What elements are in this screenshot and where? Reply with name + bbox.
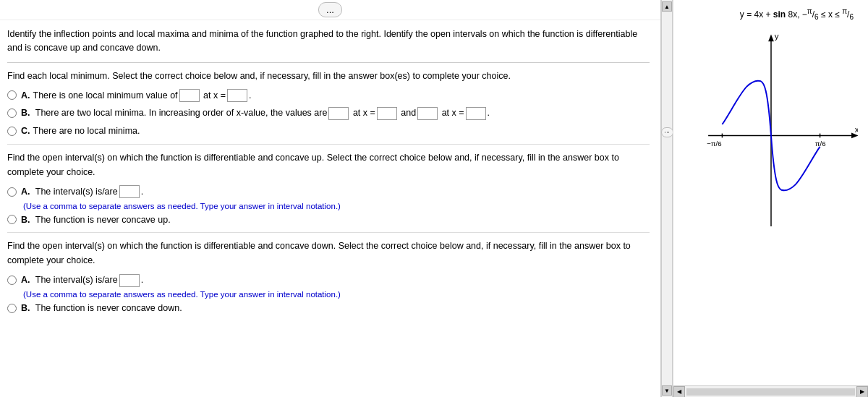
option-b-text: There are two local minima. In increasin… xyxy=(33,106,328,120)
option-concave-up-b[interactable]: B. The function is never concave up. xyxy=(7,213,650,227)
radio-concave-down-b[interactable] xyxy=(7,304,17,313)
option-cdn-b-text: The function is never concave down. xyxy=(33,302,182,315)
section-divider-1 xyxy=(7,62,650,63)
option-a-at: at x = xyxy=(201,89,226,103)
right-tick-label: π/6 xyxy=(814,140,825,148)
answer-box-a2[interactable] xyxy=(227,89,247,102)
option-a-label: A. xyxy=(21,89,30,103)
option-b-period: . xyxy=(488,106,490,120)
left-content: Identify the inflection points and local… xyxy=(0,20,660,397)
answer-box-b3[interactable] xyxy=(417,107,438,120)
option-cup-a-label: A. xyxy=(21,185,30,199)
option-cup-a-period: . xyxy=(141,185,143,199)
option-a-period: . xyxy=(249,89,251,103)
graph-title-suffix: 8x, − xyxy=(786,9,807,20)
scroll-left-button[interactable]: ◀ xyxy=(673,386,685,398)
answer-box-b4[interactable] xyxy=(466,107,486,120)
answer-box-b1[interactable] xyxy=(328,107,349,120)
middle-dots[interactable]: ⋮ xyxy=(661,127,673,137)
option-cdn-a-period: . xyxy=(141,273,143,287)
option-c-label: C. xyxy=(21,124,30,138)
graph-svg: y x −π/6 π/6 xyxy=(684,24,858,226)
graph-6-2: 6 xyxy=(849,13,854,21)
graph-leq: ≤ x ≤ xyxy=(819,9,843,20)
option-concave-up-a[interactable]: A. The interval(s) is/are . xyxy=(7,185,650,199)
option-concave-down-a[interactable]: A. The interval(s) is/are . xyxy=(7,273,650,287)
answer-box-a1[interactable] xyxy=(179,89,200,102)
expand-dots: ... xyxy=(326,4,334,15)
option-local-min-c[interactable]: C. There are no local minima. xyxy=(7,124,650,138)
concave-up-question: Find the open interval(s) on which the f… xyxy=(7,150,650,179)
option-b-label: B. xyxy=(21,106,30,120)
option-b-at1: at x = xyxy=(350,106,375,120)
local-min-question: Find each local minimum. Select the corr… xyxy=(7,69,650,83)
scroll-up-button[interactable]: ▲ xyxy=(662,1,672,12)
expand-area: ... xyxy=(0,0,660,20)
option-local-min-a[interactable]: A. There is one local minimum value of a… xyxy=(7,89,650,103)
graph-title: y = 4x + sin 8x, −π/6 ≤ x ≤ π/6 xyxy=(740,7,854,21)
option-b-at2: at x = xyxy=(439,106,464,120)
option-cup-b-text: The function is never concave up. xyxy=(33,213,171,227)
option-local-min-b[interactable]: B. There are two local minima. In increa… xyxy=(7,106,650,120)
answer-box-cdn-a[interactable] xyxy=(119,274,140,287)
answer-box-cup-a[interactable] xyxy=(119,185,140,198)
graph-title-prefix: y = 4x + xyxy=(740,9,773,20)
option-concave-down-b[interactable]: B. The function is never concave down. xyxy=(7,302,650,315)
scroll-right-button[interactable]: ▶ xyxy=(856,386,868,398)
x-axis-arrow xyxy=(851,133,858,139)
option-b-and: and xyxy=(399,106,416,120)
right-panel: y = 4x + sin 8x, −π/6 ≤ x ≤ π/6 y x −π/6… xyxy=(673,0,868,397)
option-a-text: There is one local minimum value of xyxy=(33,89,178,103)
option-cup-b-label: B. xyxy=(21,213,30,227)
expand-button[interactable]: ... xyxy=(318,2,342,17)
radio-local-min-c[interactable] xyxy=(7,127,17,136)
main-content: ... Identify the inflection points and l… xyxy=(0,0,661,397)
option-cdn-a-label: A. xyxy=(21,273,30,287)
radio-concave-down-a[interactable] xyxy=(7,276,17,285)
graph-title-sin: sin xyxy=(773,9,786,20)
radio-local-min-a[interactable] xyxy=(7,90,17,100)
option-c-text: There are no local minima. xyxy=(33,124,140,138)
section-divider-3 xyxy=(7,232,650,233)
section-divider-2 xyxy=(7,144,650,145)
radio-concave-up-a[interactable] xyxy=(7,187,17,197)
graph-pi1: π xyxy=(807,7,812,15)
question-header: Identify the inflection points and local… xyxy=(7,27,650,55)
hint-concave-down: (Use a comma to separate answers as need… xyxy=(23,290,650,299)
option-cup-a-text: The interval(s) is/are xyxy=(33,185,118,199)
x-label: x xyxy=(854,125,857,134)
concave-down-question: Find the open interval(s) on which the f… xyxy=(7,239,650,268)
right-bottom-scrollbar: ◀ ▶ xyxy=(673,385,868,397)
y-label: y xyxy=(774,33,778,41)
hint-concave-up: (Use a comma to separate answers as need… xyxy=(23,202,650,210)
scroll-down-button[interactable]: ▼ xyxy=(662,385,672,396)
middle-scrollbar: ▲ ⋮ ▼ xyxy=(661,0,673,397)
radio-concave-up-b[interactable] xyxy=(7,215,17,224)
y-axis-arrow xyxy=(768,35,774,42)
graph-pi2: π xyxy=(842,7,847,15)
option-cdn-a-text: The interval(s) is/are xyxy=(33,273,118,287)
left-tick-label: −π/6 xyxy=(707,140,721,148)
radio-local-min-b[interactable] xyxy=(7,108,17,118)
answer-box-b2[interactable] xyxy=(377,107,397,120)
option-cdn-b-label: B. xyxy=(21,302,30,315)
graph-area: y = 4x + sin 8x, −π/6 ≤ x ≤ π/6 y x −π/6… xyxy=(673,0,868,385)
